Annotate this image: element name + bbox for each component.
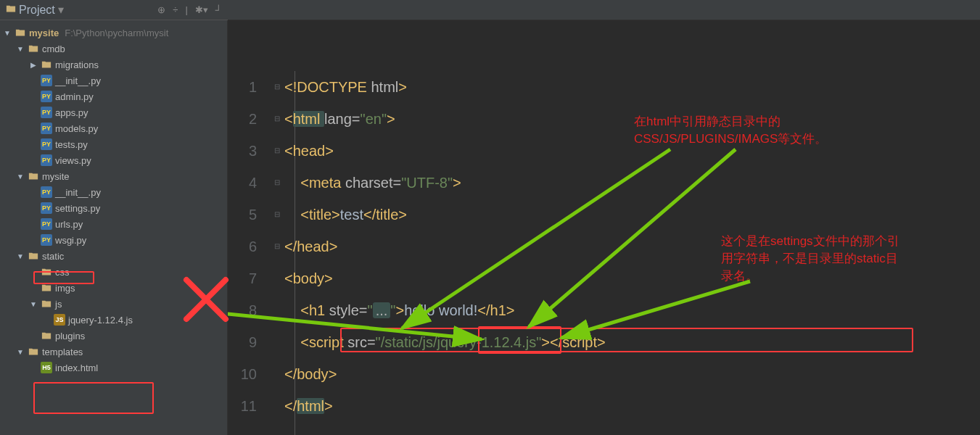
python-file-icon: PY	[41, 123, 52, 134]
code-editor[interactable]: 1234567891011 ⊟⊟⊟⊟⊟⊟ <!DOCTYPE html><htm…	[228, 20, 980, 435]
folder-icon	[28, 170, 39, 182]
gutter-line-4: 4	[228, 167, 257, 199]
fold-marker-6[interactable]: ⊟	[270, 135, 284, 167]
code-line-4[interactable]: <meta charset="UTF-8">	[284, 167, 980, 199]
tree-item-mysite[interactable]: ▼mysite	[3, 168, 224, 184]
gutter-line-2: 2	[228, 103, 257, 135]
folder-icon	[41, 266, 52, 278]
code-area[interactable]: <!DOCTYPE html><html lang="en"><head> <m…	[284, 71, 980, 435]
tree-item-models-py[interactable]: PYmodels.py	[3, 120, 224, 136]
fold-marker-2[interactable]: ⊟	[270, 71, 284, 103]
python-file-icon: PY	[41, 91, 52, 102]
folder-icon	[28, 346, 39, 357]
code-line-1[interactable]: <!DOCTYPE html>	[284, 71, 980, 103]
code-line-3[interactable]: <head>	[284, 135, 980, 167]
tree-item-views-py[interactable]: PYviews.py	[3, 152, 224, 168]
fold-marker-3[interactable]: ⊟	[270, 103, 284, 135]
tree-item-js[interactable]: ▼js	[3, 296, 224, 312]
folder-icon	[41, 282, 52, 294]
tree-item-wsgi-py[interactable]: PYwsgi.py	[3, 232, 224, 248]
fold-marker-11[interactable]: ⊟	[270, 231, 284, 262]
tree-item-settings-py[interactable]: PYsettings.py	[3, 200, 224, 216]
tree-root[interactable]: ▼mysiteF:\Python\pycharm\mysit	[3, 25, 224, 41]
tree-item-index-html[interactable]: H5index.html	[3, 360, 224, 376]
fold-column[interactable]: ⊟⊟⊟⊟⊟⊟	[270, 71, 284, 435]
project-tree[interactable]: ▼mysiteF:\Python\pycharm\mysit▼cmdb▶migr…	[0, 20, 227, 435]
project-toolbar: ⊕ ÷ | ✱▾ ┘	[157, 4, 222, 15]
gutter-line-5: 5	[228, 199, 257, 231]
python-file-icon: PY	[41, 75, 52, 86]
minimize-icon[interactable]: ┘	[215, 4, 222, 15]
tree-item-static[interactable]: ▼static	[3, 248, 224, 264]
tab-bar-row: Project ▾ ⊕ ÷ | ✱▾ ┘ PYsettings.py×H5ind…	[0, 0, 980, 20]
python-file-icon: PY	[41, 138, 52, 150]
code-line-11[interactable]: </html>	[284, 390, 980, 422]
tree-item-cmdb[interactable]: ▼cmdb	[3, 41, 224, 57]
code-line-7[interactable]: <body>	[284, 262, 980, 294]
html-file-icon: H5	[41, 362, 52, 373]
python-file-icon: PY	[41, 107, 52, 118]
python-file-icon: PY	[41, 154, 52, 166]
tree-item-tests-py[interactable]: PYtests.py	[3, 136, 224, 152]
code-line-6[interactable]: </head>	[284, 231, 980, 262]
tree-item---init---py[interactable]: PY__init__.py	[3, 72, 224, 88]
gutter-line-8: 8	[228, 294, 257, 326]
settings-gear-icon[interactable]: ✱▾	[195, 4, 208, 15]
code-line-9[interactable]: <script src="/static/js/jquery-1.12.4.js…	[284, 326, 980, 358]
project-sidebar: ▼mysiteF:\Python\pycharm\mysit▼cmdb▶migr…	[0, 20, 228, 435]
gutter-line-1: 1	[228, 71, 257, 103]
scroll-to-icon[interactable]: ÷	[173, 4, 178, 15]
fold-marker-7[interactable]: ⊟	[270, 167, 284, 199]
code-line-8[interactable]: <h1 style="...">hello world!</h1>	[284, 294, 980, 326]
tree-item-admin-py[interactable]: PYadmin.py	[3, 88, 224, 104]
code-line-2[interactable]: <html lang="en">	[284, 103, 980, 135]
gutter-line-6: 6	[228, 231, 257, 262]
tree-item-urls-py[interactable]: PYurls.py	[3, 216, 224, 232]
gutter-line-3: 3	[228, 135, 257, 167]
python-file-icon: PY	[41, 234, 52, 246]
tree-item-migrations[interactable]: ▶migrations	[3, 57, 224, 72]
fold-marker-10[interactable]: ⊟	[270, 199, 284, 231]
tree-item-imgs[interactable]: imgs	[3, 280, 224, 296]
code-line-5[interactable]: <title>test</title>	[284, 199, 980, 231]
main-area: ▼mysiteF:\Python\pycharm\mysit▼cmdb▶migr…	[0, 20, 980, 435]
tree-item---init---py[interactable]: PY__init__.py	[3, 184, 224, 200]
python-file-icon: PY	[41, 186, 52, 198]
tree-item-jquery-1-12-4-js[interactable]: JSjquery-1.12.4.js	[3, 312, 224, 328]
tree-item-apps-py[interactable]: PYapps.py	[3, 104, 224, 120]
tree-item-templates[interactable]: ▼templates	[3, 344, 224, 360]
gutter-line-9: 9	[228, 326, 257, 358]
line-gutter: 1234567891011	[228, 71, 270, 435]
collapse-all-icon[interactable]: ⊕	[157, 4, 165, 15]
folder-icon	[41, 298, 52, 310]
tree-item-css[interactable]: css	[3, 264, 224, 280]
tree-item-plugins[interactable]: plugins	[3, 328, 224, 344]
code-line-10[interactable]: </body>	[284, 358, 980, 390]
project-title: Project	[19, 4, 55, 17]
gutter-line-10: 10	[228, 358, 257, 390]
folder-icon	[28, 250, 39, 262]
gutter-line-7: 7	[228, 262, 257, 294]
gutter-line-11: 11	[228, 390, 257, 422]
folder-icon	[41, 330, 52, 341]
folder-icon	[41, 59, 52, 70]
folder-icon	[15, 27, 26, 38]
project-dropdown-icon[interactable]: ▾	[58, 3, 64, 17]
python-file-icon: PY	[41, 202, 52, 214]
python-file-icon: PY	[41, 218, 52, 230]
project-tool-header: Project ▾ ⊕ ÷ | ✱▾ ┘	[0, 0, 228, 20]
js-file-icon: JS	[54, 314, 65, 326]
project-folder-icon	[6, 4, 16, 17]
folder-icon	[28, 43, 39, 54]
hide-icon[interactable]: |	[185, 4, 187, 15]
